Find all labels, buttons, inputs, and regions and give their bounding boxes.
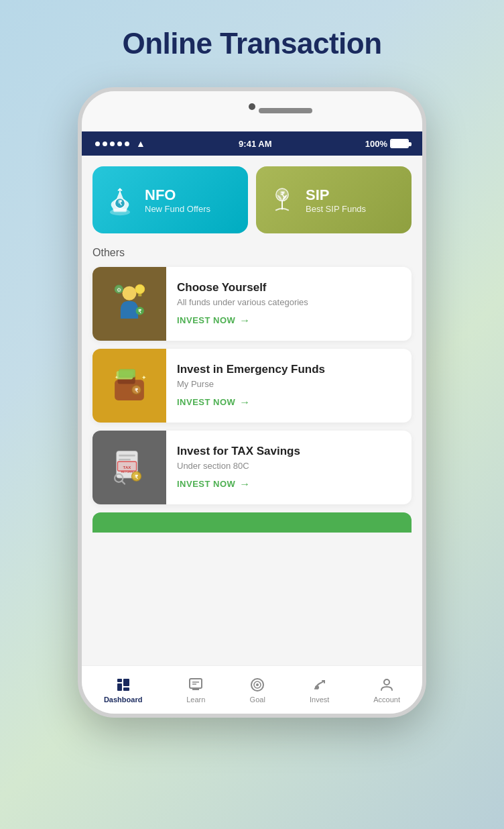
partial-card	[92, 512, 412, 533]
svg-text:✦: ✦	[115, 375, 119, 380]
nav-label-goal: Goal	[250, 696, 265, 704]
speaker-bar	[259, 108, 312, 113]
choose-yourself-icon: ⚙ ₹	[106, 280, 153, 327]
screen-content: ₹ NFO New Fund Offers ₹	[82, 156, 422, 692]
nav-item-account[interactable]: Account	[373, 677, 400, 704]
others-section-label: Others	[92, 247, 412, 259]
status-time: 9:41 AM	[239, 139, 271, 149]
choose-yourself-thumb: ⚙ ₹	[92, 267, 166, 341]
sip-card-text: SIP Best SIP Funds	[306, 186, 366, 214]
svg-rect-34	[123, 687, 129, 691]
svg-rect-18	[119, 370, 135, 378]
learn-icon	[188, 677, 204, 693]
invest-arrow-1: →	[239, 315, 251, 327]
invest-arrow-2: →	[239, 396, 251, 408]
goal-icon	[249, 677, 265, 693]
signal-dot-4	[117, 142, 122, 146]
svg-rect-8	[138, 294, 141, 296]
list-item-tax-savings[interactable]: TAX RETURN ₹ Invest for TAX Savings Unde…	[92, 431, 412, 504]
battery-bar	[390, 139, 409, 148]
tax-savings-subtitle: Under section 80C	[177, 461, 401, 471]
tax-icon: TAX RETURN ₹	[106, 444, 153, 491]
svg-rect-22	[119, 455, 135, 457]
nfo-card-text: NFO New Fund Offers	[145, 186, 210, 214]
choose-yourself-subtitle: All funds under various categories	[177, 297, 401, 307]
nav-item-dashboard[interactable]: Dashboard	[104, 677, 142, 704]
bottom-nav: Dashboard Learn Goal	[82, 665, 422, 714]
emergency-title: Invest in Emergency Funds	[177, 363, 401, 376]
tax-savings-title: Invest for TAX Savings	[177, 445, 401, 458]
svg-point-6	[123, 286, 137, 300]
nfo-icon: ₹	[103, 183, 137, 217]
nfo-title: NFO	[145, 186, 210, 204]
status-bar: ▲ 9:41 AM 100%	[82, 131, 422, 156]
svg-point-7	[135, 284, 145, 294]
phone-frame: ▲ 9:41 AM 100%	[78, 87, 426, 718]
svg-point-44	[384, 679, 389, 685]
emergency-invest-btn[interactable]: INVEST NOW →	[177, 396, 251, 408]
nav-label-account: Account	[373, 696, 400, 704]
battery-container: 100%	[365, 139, 409, 149]
svg-rect-32	[117, 683, 122, 691]
battery-percent: 100%	[365, 139, 387, 149]
svg-text:TAX: TAX	[123, 465, 132, 469]
signal-dot-1	[95, 142, 100, 146]
svg-rect-31	[117, 679, 122, 682]
wifi-icon: ▲	[136, 138, 145, 149]
choose-yourself-title: Choose Yourself	[177, 281, 401, 294]
battery-fill	[391, 140, 407, 147]
signal-dots: ▲	[95, 138, 145, 149]
invest-icon	[312, 677, 328, 693]
svg-rect-23	[119, 459, 131, 461]
nfo-card[interactable]: ₹ NFO New Fund Offers	[92, 166, 248, 233]
svg-text:✦: ✦	[141, 374, 147, 381]
sip-subtitle: Best SIP Funds	[306, 204, 366, 214]
signal-dot-2	[103, 142, 107, 146]
tax-savings-invest-btn[interactable]: INVEST NOW →	[177, 478, 251, 490]
nav-label-dashboard: Dashboard	[104, 696, 142, 704]
nav-label-learn: Learn	[186, 696, 205, 704]
nav-item-learn[interactable]: Learn	[186, 677, 205, 704]
choose-yourself-invest-btn[interactable]: INVEST NOW →	[177, 315, 251, 327]
nav-item-invest[interactable]: Invest	[310, 677, 329, 704]
camera-dot	[249, 103, 255, 110]
tax-thumb: TAX RETURN ₹	[92, 431, 166, 504]
invest-arrow-3: →	[239, 478, 251, 490]
svg-text:₹: ₹	[118, 199, 123, 207]
svg-point-42	[256, 683, 259, 686]
signal-dot-3	[110, 142, 115, 146]
phone-wrapper: ▲ 9:41 AM 100%	[0, 80, 504, 718]
sip-icon: ₹	[267, 184, 298, 215]
sip-title: SIP	[306, 186, 366, 204]
signal-dot-5	[125, 142, 129, 146]
svg-text:⚙: ⚙	[117, 287, 121, 293]
emergency-thumb: ₹ ✦ ✦	[92, 349, 166, 423]
emergency-subtitle: My Purse	[177, 379, 401, 389]
list-item-choose-yourself[interactable]: ⚙ ₹ Choose Yourself All funds under vari…	[92, 267, 412, 341]
nfo-subtitle: New Fund Offers	[145, 204, 210, 214]
nav-label-invest: Invest	[310, 696, 329, 704]
account-icon	[379, 677, 395, 693]
sip-card[interactable]: ₹ SIP Best SIP Funds	[256, 166, 412, 233]
svg-point-43	[315, 685, 319, 689]
top-cards-row: ₹ NFO New Fund Offers ₹	[92, 166, 412, 233]
nav-item-goal[interactable]: Goal	[249, 677, 265, 704]
choose-yourself-body: Choose Yourself All funds under various …	[166, 272, 412, 336]
svg-text:RETURN: RETURN	[121, 470, 133, 474]
emergency-icon: ₹ ✦ ✦	[106, 362, 153, 409]
dashboard-icon	[115, 677, 131, 693]
list-item-emergency-funds[interactable]: ₹ ✦ ✦ Invest in Emergency Funds My Purse…	[92, 349, 412, 423]
svg-rect-35	[190, 679, 202, 688]
svg-line-30	[122, 481, 125, 484]
svg-rect-33	[123, 679, 129, 686]
phone-notch	[82, 91, 422, 131]
page-title: Online Transaction	[0, 0, 504, 80]
emergency-body: Invest in Emergency Funds My Purse INVES…	[166, 353, 412, 418]
tax-savings-body: Invest for TAX Savings Under section 80C…	[166, 435, 412, 500]
